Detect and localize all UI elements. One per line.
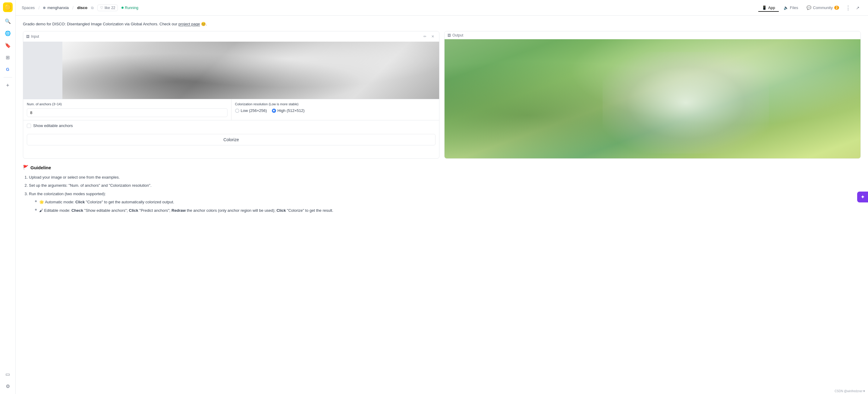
footer-watermark: CSDN @winfredzner▼: [835, 390, 866, 393]
input-image-preview: [62, 41, 439, 99]
show-anchors-row: Show editable anchors: [23, 120, 439, 131]
community-icon: 💬: [807, 5, 811, 10]
spaces-link[interactable]: Spaces: [22, 5, 35, 10]
guideline-step-1: Upload your image or select one from the…: [29, 174, 861, 181]
bw-photo: [62, 41, 439, 99]
radio-high-circle: [272, 109, 276, 113]
app-layout: 🖼 Input ✏ ✕ Nu: [23, 31, 861, 159]
output-panel-header: 🖼 Output: [444, 31, 861, 39]
tab-community-label: Community: [813, 5, 833, 10]
image-upload-area[interactable]: [23, 41, 439, 99]
username: menghanxia: [47, 5, 69, 10]
input-panel-header: 🖼 Input ✏ ✕: [23, 31, 439, 41]
guideline-emoji: 🚩: [23, 165, 29, 170]
close-icon[interactable]: ✕: [430, 33, 436, 40]
guideline-sub-item-2: 🖌 Editable mode: Check "Show editable an…: [35, 207, 861, 214]
output-image: [444, 39, 861, 159]
edit-icon[interactable]: ✏: [422, 33, 428, 40]
like-button[interactable]: ♡ like 22: [97, 4, 118, 11]
guideline-list: Upload your image or select one from the…: [23, 174, 861, 214]
show-anchors-checkbox[interactable]: [27, 124, 31, 128]
repo-name[interactable]: disco: [77, 5, 87, 10]
copy-icon[interactable]: ⧉: [91, 6, 94, 10]
search-icon[interactable]: 🔍: [2, 16, 13, 27]
num-anchors-input[interactable]: [27, 108, 227, 117]
tab-app[interactable]: 📱 App: [758, 4, 779, 12]
page-description: Gradio demo for DISCO: Disentangled Imag…: [23, 22, 861, 26]
like-label: like: [104, 6, 110, 10]
guideline-sub-list: 🌟 Automatic mode: Click "Colorize" to ge…: [29, 198, 861, 214]
num-anchors-label: Num. of anchors (3~14): [27, 102, 227, 106]
user-avatar-dot: [43, 7, 45, 9]
sidebar-logo[interactable]: 🟡: [3, 2, 13, 12]
guideline-step-2: Set up the arguments: "Num. of anchors" …: [29, 182, 861, 189]
show-anchors-label: Show editable anchors: [33, 123, 73, 128]
settings-icon[interactable]: ⚙: [2, 381, 13, 392]
user-info: menghanxia: [43, 5, 69, 10]
heart-icon: ♡: [100, 6, 103, 10]
colorization-res-group: Colorization resolution (Low is more sta…: [231, 99, 439, 120]
output-panel: 🖼 Output: [444, 31, 861, 159]
image-placeholder: [23, 41, 62, 99]
tab-files[interactable]: 🔈 Files: [780, 4, 802, 12]
colorization-res-label: Colorization resolution (Low is more sta…: [235, 102, 436, 106]
bookmark-icon[interactable]: 🔖: [2, 40, 13, 51]
grid-icon[interactable]: ⊞: [2, 52, 13, 63]
google-icon[interactable]: G: [2, 64, 13, 75]
sidebar: 🟡 🔍 🌐 🔖 ⊞ G + ▭ ⚙: [0, 0, 16, 394]
output-label: 🖼 Output: [447, 33, 463, 37]
breadcrumb-slash: /: [38, 5, 39, 10]
output-image-icon: 🖼: [447, 33, 451, 37]
header-nav: 📱 App 🔈 Files 💬 Community 2 ⋮ ↗: [758, 4, 862, 12]
app-icon: 📱: [762, 5, 767, 10]
like-count: 22: [111, 6, 115, 10]
guideline-title: 🚩 Guideline: [23, 165, 861, 170]
controls-row: Num. of anchors (3~14) Colorization reso…: [23, 99, 439, 120]
num-anchors-group: Num. of anchors (3~14): [23, 99, 231, 120]
guideline-section: 🚩 Guideline Upload your image or select …: [23, 165, 861, 214]
bullet-dot-1: [35, 200, 37, 202]
guideline-step-3: Run the colorization (two modes supporte…: [29, 190, 861, 197]
assistant-button[interactable]: ✦: [857, 192, 868, 202]
files-icon: 🔈: [784, 5, 788, 10]
guideline-sub-item-1: 🌟 Automatic mode: Click "Colorize" to ge…: [35, 198, 861, 205]
separator: /: [72, 5, 73, 10]
image-icon: 🖼: [26, 35, 30, 38]
page-content: Gradio demo for DISCO: Disentangled Imag…: [16, 16, 868, 394]
tab-community[interactable]: 💬 Community 2: [803, 4, 843, 12]
sidebar-toggle-icon[interactable]: ▭: [2, 369, 13, 379]
main-area: Spaces / menghanxia / disco ⧉ ♡ like 22 …: [16, 0, 868, 394]
radio-low-circle: [235, 109, 239, 113]
radio-high[interactable]: High (512×512): [272, 108, 305, 113]
colorize-button[interactable]: Colorize: [27, 134, 435, 145]
tab-files-label: Files: [790, 5, 798, 10]
more-menu-button[interactable]: ⋮: [844, 4, 852, 12]
input-label: 🖼 Input: [26, 34, 39, 38]
input-panel: 🖼 Input ✏ ✕ Nu: [23, 31, 439, 159]
globe-icon[interactable]: 🌐: [2, 28, 13, 38]
radio-low[interactable]: Low (256×256): [235, 108, 267, 113]
header: Spaces / menghanxia / disco ⧉ ♡ like 22 …: [16, 0, 868, 16]
tab-app-label: App: [768, 5, 775, 10]
panel-actions: ✏ ✕: [422, 33, 436, 40]
community-badge: 2: [834, 6, 839, 10]
project-page-link[interactable]: project page: [179, 22, 200, 26]
sidebar-divider: [4, 77, 12, 78]
external-link-icon[interactable]: ↗: [854, 4, 862, 12]
resolution-radio-group: Low (256×256) High (512×512): [235, 108, 436, 113]
status-badge: Running: [121, 6, 138, 10]
status-dot: [121, 7, 124, 9]
status-text: Running: [125, 6, 138, 10]
add-icon[interactable]: +: [2, 80, 13, 91]
